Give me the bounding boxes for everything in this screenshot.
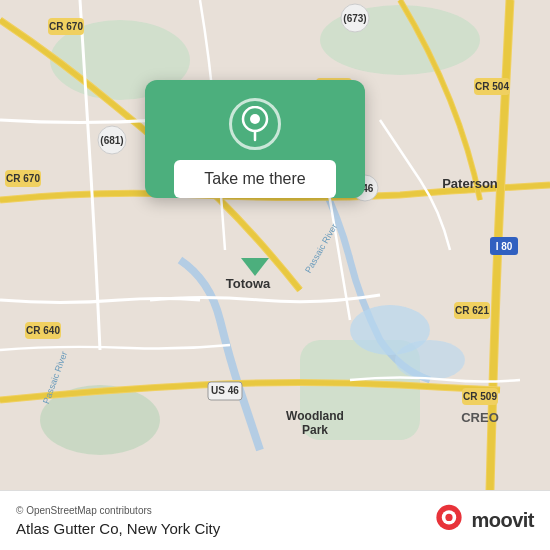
- svg-text:CR 509: CR 509: [463, 391, 497, 402]
- svg-text:I 80: I 80: [496, 241, 513, 252]
- place-name: Atlas Gutter Co, New York City: [16, 520, 220, 537]
- svg-text:Park: Park: [302, 423, 328, 437]
- svg-text:Woodland: Woodland: [286, 409, 344, 423]
- svg-text:CR 640: CR 640: [26, 325, 60, 336]
- bottom-info: © OpenStreetMap contributors Atlas Gutte…: [16, 505, 220, 537]
- svg-text:CR 670: CR 670: [49, 21, 83, 32]
- map-container: Passaic River Passaic River CR 670 CR 67…: [0, 0, 550, 490]
- moovit-icon-svg: [431, 503, 467, 539]
- moovit-logo: moovit: [431, 503, 534, 539]
- popup-card: Take me there: [145, 80, 365, 198]
- svg-text:Paterson: Paterson: [442, 176, 498, 191]
- svg-point-40: [250, 114, 260, 124]
- map-svg: Passaic River Passaic River CR 670 CR 67…: [0, 0, 550, 490]
- take-me-there-button[interactable]: Take me there: [174, 160, 335, 198]
- svg-text:(673): (673): [343, 13, 366, 24]
- svg-text:CR 621: CR 621: [455, 305, 489, 316]
- popup-tail: [241, 258, 269, 276]
- svg-text:CR 504: CR 504: [475, 81, 509, 92]
- svg-point-43: [446, 513, 453, 520]
- svg-text:CREO: CREO: [461, 410, 499, 425]
- location-pin-icon: [240, 106, 270, 142]
- location-icon-circle: [229, 98, 281, 150]
- svg-text:(681): (681): [100, 135, 123, 146]
- svg-text:Totowa: Totowa: [226, 276, 271, 291]
- svg-text:CR 670: CR 670: [6, 173, 40, 184]
- svg-text:US 46: US 46: [211, 385, 239, 396]
- bottom-bar: © OpenStreetMap contributors Atlas Gutte…: [0, 490, 550, 550]
- svg-point-7: [395, 340, 465, 380]
- osm-credit: © OpenStreetMap contributors: [16, 505, 220, 516]
- moovit-text: moovit: [471, 509, 534, 532]
